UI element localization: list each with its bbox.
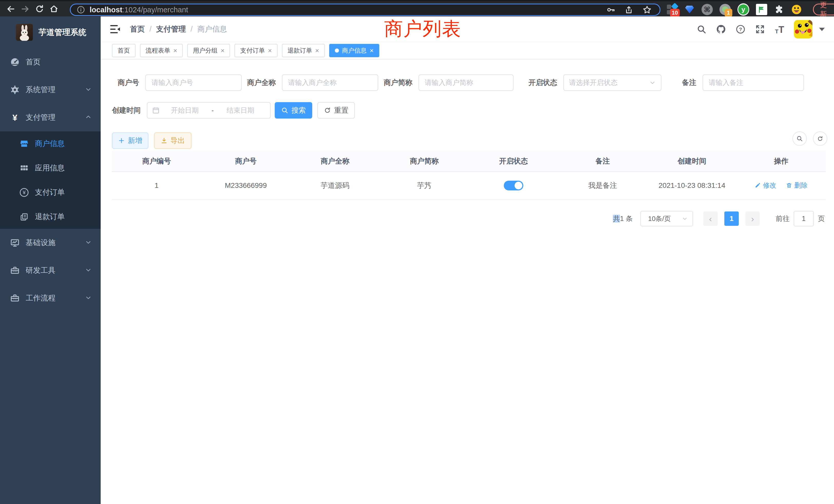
next-page-button[interactable]: › [745,211,760,226]
search-icon[interactable] [696,24,707,35]
trash-icon [786,182,792,188]
main-content: 首页 / 支付管理 / 商户信息 ? T [101,17,834,504]
extensions-puzzle-icon[interactable] [774,4,785,16]
fullscreen-icon[interactable] [755,24,765,35]
merchant-name-input[interactable] [282,74,378,91]
site-info-icon[interactable] [76,5,86,15]
app-logo[interactable]: 芋道管理系统 [0,17,101,48]
password-key-icon[interactable] [606,5,615,14]
extension-emoji-icon[interactable] [791,4,802,16]
add-button[interactable]: 新增 [112,132,148,149]
browser-forward-button[interactable] [18,2,32,16]
breadcrumb-payment[interactable]: 支付管理 [156,24,186,35]
filter-remark: 备注 [682,74,804,91]
close-icon[interactable]: × [221,47,224,54]
select-placeholder: 请选择开启状态 [569,78,649,87]
tab-merchant-info[interactable]: 商户信息× [329,44,379,57]
extension-grid-icon[interactable]: 10 [666,4,678,16]
share-icon[interactable] [624,5,634,14]
reset-button[interactable]: 重置 [317,102,355,118]
chevron-up-icon [85,113,92,122]
col-status: 开启状态 [469,151,558,172]
sidebar-item-label: 商户信息 [35,139,65,149]
prev-page-button[interactable]: ‹ [703,211,718,226]
refresh-icon [817,135,824,142]
date-range-picker[interactable]: 开始日期 - 结束日期 [147,102,271,118]
close-icon[interactable]: × [268,47,272,54]
cell-actions: 修改 删除 [737,172,826,199]
page-size-select[interactable]: 10条/页 [640,211,693,226]
tab-label: 用户分组 [193,46,218,55]
sidebar-item-home[interactable]: 首页 [0,48,101,76]
browser-extensions: 10 ⌘ 1 y 更新 ⋮ [666,1,834,18]
merchant-short-input[interactable] [419,74,513,91]
sidebar-item-system[interactable]: 系统管理 [0,76,101,104]
sidebar-item-label: 研发工具 [26,265,56,276]
breadcrumb-home[interactable]: 首页 [130,24,145,35]
chevron-down-icon [649,79,656,86]
avatar-dropdown-caret[interactable] [819,28,825,31]
browser-back-button[interactable] [4,2,18,16]
delete-link[interactable]: 删除 [786,181,808,190]
sidebar-item-refund-order[interactable]: 退款订单 [0,205,101,229]
sidebar-item-app-info[interactable]: 应用信息 [0,156,101,180]
sidebar-item-pay-order[interactable]: ¥ 支付订单 [0,180,101,205]
export-button[interactable]: 导出 [154,132,192,149]
tab-pay-order[interactable]: 支付订单× [235,44,277,57]
sidebar-item-payment[interactable]: ¥ 支付管理 [0,104,101,131]
refresh-table-button[interactable] [813,131,827,146]
browser-update-button[interactable]: 更新 [813,4,834,16]
github-icon[interactable] [716,24,726,35]
tab-refund-order[interactable]: 退款订单× [282,44,325,57]
sidebar-item-dev-tools[interactable]: 研发工具 [0,257,101,284]
browser-reload-button[interactable] [32,2,47,16]
monitor-chart-icon [10,238,20,248]
col-remark: 备注 [558,151,648,172]
browser-home-button[interactable] [47,2,61,16]
merchant-page: 商户号 商户全称 商户简称 开启状态 请选择开启状态 备注 [101,60,834,504]
font-size-icon[interactable]: TT [774,24,785,35]
sidebar-item-workflow[interactable]: 工作流程 [0,284,101,312]
yen-icon: ¥ [10,112,20,123]
chevron-down-icon [85,239,92,247]
help-icon[interactable]: ? [736,24,746,35]
url-text[interactable]: localhost:1024/pay/merchant [90,6,606,14]
bookmark-star-icon[interactable] [642,5,652,15]
tab-user-group[interactable]: 用户分组× [187,44,230,57]
breadcrumb-separator: / [150,25,152,33]
extension-profile-icon[interactable]: 1 [720,4,731,16]
status-select[interactable]: 请选择开启状态 [563,74,661,91]
close-icon[interactable]: × [370,47,374,54]
status-toggle-on[interactable] [504,181,523,190]
sidebar-collapse-icon[interactable] [110,24,121,35]
extension-gem-icon[interactable] [684,4,695,16]
extension-command-icon[interactable]: ⌘ [702,4,713,16]
pagination: 共1 条 10条/页 ‹ 1 › 前往 页 [613,211,825,226]
close-icon[interactable]: × [173,47,177,54]
sidebar-item-infrastructure[interactable]: 基础设施 [0,229,101,257]
page-number-1[interactable]: 1 [724,211,739,226]
edit-link[interactable]: 修改 [755,181,776,190]
address-bar[interactable]: localhost:1024/pay/merchant [70,4,660,16]
sidebar-item-merchant-info[interactable]: 商户信息 [0,131,101,156]
merchant-no-input[interactable] [145,74,242,91]
tab-label: 支付订单 [240,46,265,55]
tab-home[interactable]: 首页 [112,44,136,57]
app-title: 芋道管理系统 [39,27,86,38]
goto-page-input[interactable] [794,211,814,226]
col-short-name: 商户简称 [380,151,469,172]
tab-process-form[interactable]: 流程表单× [140,44,183,57]
forward-icon [21,4,30,14]
field-label: 开启状态 [528,78,557,88]
pagination-total: 共1 条 [613,214,633,223]
show-search-toggle-button[interactable] [792,131,807,146]
extension-y-icon[interactable]: y [738,4,749,16]
remark-input[interactable] [703,74,804,91]
avatar[interactable] [794,20,812,39]
extension-flag-icon[interactable] [756,4,767,16]
close-icon[interactable]: × [315,47,319,54]
extension-badge: 1 [725,9,732,17]
chevron-down-icon [85,294,92,302]
search-button[interactable]: 搜索 [275,102,312,118]
sidebar-item-label: 应用信息 [35,163,65,173]
